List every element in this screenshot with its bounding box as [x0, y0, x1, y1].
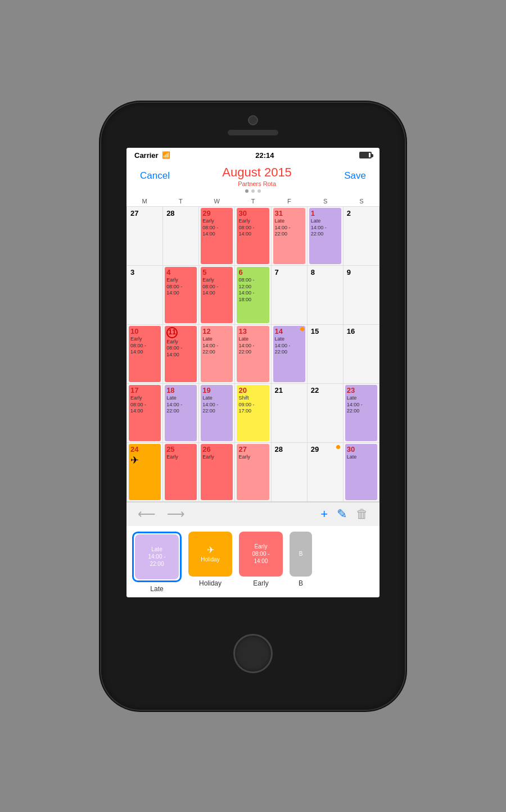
cell-date-29: 29 [202, 209, 231, 218]
cell-shift-text: Early 08:00 - 14:00 [202, 277, 231, 297]
shift-holiday-text: Holiday [201, 556, 219, 563]
cal-cell-w0-d0[interactable]: 27 [127, 207, 163, 266]
cal-cell-w0-d2[interactable]: 29Early 08:00 - 14:00 [199, 207, 235, 266]
shift-card-b: B [290, 532, 312, 577]
cell-date-19: 19 [202, 386, 231, 395]
cell-date-16: 16 [347, 327, 376, 336]
cal-cell-w1-d1[interactable]: 4Early 08:00 - 14:00 [163, 266, 199, 325]
shift-item-holiday[interactable]: ✈ Holiday Holiday [188, 532, 232, 587]
cal-cell-w1-d5[interactable]: 8 [308, 266, 344, 325]
shift-b-text: B [299, 550, 303, 557]
day-header-t1: T [162, 196, 198, 206]
shift-picker: Late14:00 -22:00 Late ✈ Holiday Holiday … [126, 526, 379, 597]
battery-icon [359, 152, 372, 158]
cell-shift-text: Shift 09:00 - 17:00 [238, 395, 267, 415]
cal-cell-w3-d2[interactable]: 19Late 14:00 - 22:00 [199, 384, 235, 443]
cal-cell-w4-d0[interactable]: 24✈ [127, 443, 163, 502]
phone-top-bar [101, 103, 405, 148]
cal-cell-w0-d1[interactable]: 28 [163, 207, 199, 266]
cal-cell-w1-d6[interactable]: 9 [344, 266, 379, 325]
cell-date-8: 8 [311, 268, 340, 277]
status-bar: Carrier 📶 22:14 [126, 148, 379, 163]
cal-cell-w0-d4[interactable]: 31Late 14:00 - 22:00 [272, 207, 308, 266]
cell-date-26: 26 [202, 445, 231, 454]
cal-cell-w4-d3[interactable]: 27Early [235, 443, 271, 502]
cal-cell-w3-d3[interactable]: 20Shift 09:00 - 17:00 [235, 384, 271, 443]
cell-date-14: 14 [275, 327, 304, 336]
cell-shift-text: Late 14:00 - 22:00 [275, 336, 304, 356]
day-header-w: W [199, 196, 235, 206]
day-header-s1: S [307, 196, 343, 206]
edit-button[interactable]: ✎ [337, 507, 347, 521]
shift-card-late: Late14:00 -22:00 [135, 534, 179, 579]
cal-cell-w2-d3[interactable]: 13Late 14:00 - 22:00 [235, 325, 271, 384]
cell-date-10: 10 [130, 327, 159, 336]
shift-card-early: Early08:00 -14:00 [239, 532, 283, 577]
cell-date-27: 27 [130, 209, 159, 218]
cal-cell-w0-d5[interactable]: 1Late 14:00 - 22:00 [308, 207, 344, 266]
shift-label-early: Early [253, 579, 268, 587]
calendar-subtitle: Partners Rota [222, 180, 292, 187]
day-headers: M T W T F S S [126, 196, 379, 207]
cell-date-31: 31 [275, 209, 304, 218]
cell-date-17: 17 [130, 386, 159, 395]
camera [248, 115, 258, 125]
cell-shift-text: Early 08:00 - 14:00 [202, 218, 231, 238]
cal-cell-w4-d4[interactable]: 28 [272, 443, 308, 502]
cell-date-21: 21 [275, 386, 304, 395]
cell-shift-text: Late 14:00 - 22:00 [238, 336, 267, 356]
shift-item-b[interactable]: B B [290, 532, 312, 587]
cal-cell-w4-d1[interactable]: 25Early [163, 443, 199, 502]
cal-cell-w0-d6[interactable]: 2 [344, 207, 379, 266]
cal-cell-w4-d6[interactable]: 30Late [344, 443, 379, 502]
cal-cell-w3-d1[interactable]: 18Late 14:00 - 22:00 [163, 384, 199, 443]
cal-cell-w3-d0[interactable]: 17Early 08:00 - 14:00 [127, 384, 163, 443]
wifi-icon: 📶 [162, 151, 170, 159]
cell-date-11: 11 [166, 327, 195, 338]
cal-cell-w2-d5[interactable]: 15 [308, 325, 344, 384]
cell-shift-text: Early 08:00 - 14:00 [130, 395, 159, 415]
delete-button[interactable]: 🗑 [356, 507, 368, 521]
home-button[interactable] [233, 634, 273, 673]
cal-cell-w3-d6[interactable]: 23Late 14:00 - 22:00 [344, 384, 379, 443]
cell-shift-text: Early 08:00 - 14:00 [166, 339, 195, 359]
shift-label-b: B [299, 579, 303, 587]
cal-cell-w3-d4[interactable]: 21 [272, 384, 308, 443]
cal-cell-w2-d6[interactable]: 16 [344, 325, 379, 384]
phone-frame: Carrier 📶 22:14 Cancel August 2015 Partn… [101, 103, 405, 710]
cancel-button[interactable]: Cancel [140, 170, 170, 182]
cal-cell-w1-d3[interactable]: 608:00 - 12:00 14:00 - 18:00 [235, 266, 271, 325]
cell-shift-text: Late 14:00 - 22:00 [202, 336, 231, 356]
cell-date-2: 2 [347, 209, 376, 218]
cal-cell-w2-d1[interactable]: 11Early 08:00 - 14:00 [163, 325, 199, 384]
cell-date-23: 23 [347, 386, 376, 395]
cal-cell-w2-d0[interactable]: 10Early 08:00 - 14:00 [127, 325, 163, 384]
shift-item-early[interactable]: Early08:00 -14:00 Early [239, 532, 283, 587]
header-nav: Cancel August 2015 Partners Rota Save [132, 165, 374, 187]
add-button[interactable]: + [320, 507, 328, 521]
undo-button[interactable]: ⟵ [138, 507, 156, 521]
cal-cell-w2-d2[interactable]: 12Late 14:00 - 22:00 [199, 325, 235, 384]
cell-shift-text: Early [202, 454, 231, 461]
cal-cell-w2-d4[interactable]: 14Late 14:00 - 22:00 [272, 325, 308, 384]
shift-early-text: Early08:00 -14:00 [252, 543, 269, 565]
cell-shift-text: 08:00 - 12:00 14:00 - 18:00 [238, 277, 267, 303]
cal-cell-w1-d0[interactable]: 3 [127, 266, 163, 325]
calendar-title: August 2015 [222, 165, 292, 180]
shift-label-holiday: Holiday [199, 579, 222, 587]
cal-cell-w3-d5[interactable]: 22 [308, 384, 344, 443]
speaker [228, 130, 278, 135]
shift-item-late[interactable]: Late14:00 -22:00 Late [132, 532, 182, 593]
save-button[interactable]: Save [344, 170, 366, 182]
cal-cell-w1-d4[interactable]: 7 [272, 266, 308, 325]
cell-date-6: 6 [238, 268, 267, 277]
dot-2 [251, 189, 255, 193]
cal-cell-w4-d5[interactable]: 29 [308, 443, 344, 502]
cal-cell-w1-d2[interactable]: 5Early 08:00 - 14:00 [199, 266, 235, 325]
cal-cell-w0-d3[interactable]: 30Early 08:00 - 14:00 [235, 207, 271, 266]
shift-late-text: Late14:00 -22:00 [148, 546, 165, 568]
redo-button[interactable]: ⟶ [167, 507, 185, 521]
calendar-header: Cancel August 2015 Partners Rota Save [126, 163, 379, 196]
cell-date-30: 30 [238, 209, 267, 218]
cal-cell-w4-d2[interactable]: 26Early [199, 443, 235, 502]
